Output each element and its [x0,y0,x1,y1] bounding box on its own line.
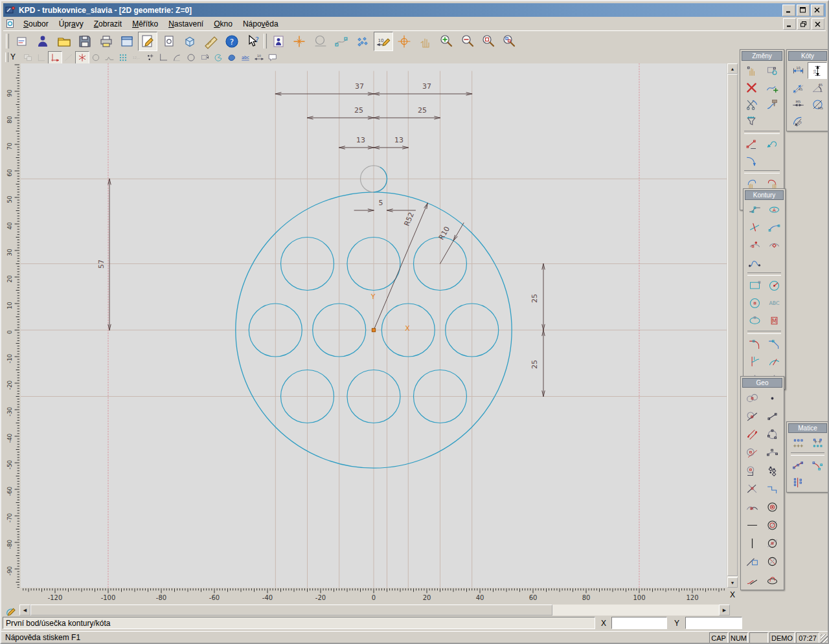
matrix-columns-button[interactable] [788,474,808,491]
arc-by-points-button[interactable] [745,236,764,254]
macro-element-button[interactable]: M [764,312,784,329]
scroll-down-button[interactable]: ▼ [727,577,738,588]
rectangle-contour-button[interactable] [745,277,764,294]
zoom-window-button[interactable] [479,32,498,51]
circle-snap-button[interactable] [89,51,103,64]
hook-curve-button[interactable] [742,570,762,588]
circle-rect-button[interactable] [762,570,782,588]
point-grid-button[interactable] [762,461,782,480]
mdi-restore-button[interactable] [797,18,810,30]
line-element-button[interactable] [745,219,764,236]
scroll-left-button[interactable]: ◀ [19,605,30,616]
title-bar[interactable]: KPD - trubkovnice_slavia - [2D geometrie… [3,3,826,17]
coord-system-button[interactable] [290,32,309,51]
circle-cross-button[interactable] [762,552,782,570]
add-to-contour-button[interactable] [762,79,783,96]
ellipse-contour-button[interactable] [745,312,764,329]
circle-corner-button[interactable] [742,461,762,480]
element-info-button[interactable] [269,32,288,51]
new-sketch-button[interactable] [12,32,32,51]
circle-by-angle-button[interactable] [764,277,784,294]
contour-snap-button[interactable] [102,51,117,64]
arc-element-button[interactable] [764,219,784,236]
dim-angle-button[interactable]: 45 [808,79,827,96]
corner-entity-button[interactable] [157,51,171,64]
step-contour-button[interactable] [762,480,782,498]
dim-horizontal-button[interactable]: 10 [788,62,808,79]
circle-by-point-button[interactable] [745,294,764,312]
dimension-button[interactable]: 10 [252,51,266,64]
context-help-button[interactable]: ? [243,32,262,51]
edit-segment-button[interactable] [742,135,762,152]
open-button[interactable] [54,32,74,51]
view-window-button[interactable] [159,32,179,51]
trim-element-button[interactable] [742,96,762,113]
dim-radius-button[interactable]: R10 [788,113,808,129]
resize-grip[interactable] [821,634,829,643]
minimize-button[interactable] [782,5,795,16]
diagonal-snap-button[interactable] [62,51,76,64]
vertical-scroll-thumb[interactable] [727,74,738,576]
print-button[interactable] [97,32,116,51]
dim-vertical-button[interactable]: 10 [808,62,827,79]
text-element-button[interactable]: ABC [764,294,784,312]
rework-element-button[interactable] [762,96,783,113]
horizontal-line-button[interactable] [742,516,762,534]
scroll-right-button[interactable]: ▶ [719,605,730,616]
note-button[interactable] [266,51,280,64]
circle-rings-button[interactable] [762,516,782,534]
arc-points-button[interactable] [762,443,782,461]
zoom-extents-button[interactable] [499,32,519,51]
circle-entity-button[interactable] [184,51,198,64]
round-corner-button[interactable] [742,152,762,169]
arc-tangent-button[interactable] [764,236,784,254]
snap-target-button[interactable] [394,32,414,51]
delete-element-button[interactable] [742,79,762,96]
corner-snap-button[interactable] [34,51,49,64]
mdi-minimize-button[interactable] [783,18,796,30]
menu-soubor[interactable]: Soubor [18,18,54,30]
point-cloud-button[interactable] [353,32,372,51]
pan-button[interactable] [416,32,435,51]
drawing-canvas[interactable]: 3737252513135572525R52R10XY [21,63,727,588]
text-button[interactable]: abc [238,51,253,64]
arc-corner-button[interactable] [170,51,185,64]
ellipse-text-button[interactable]: A [764,201,784,219]
document-icon[interactable] [5,19,16,29]
toolbar-grip[interactable] [6,34,9,49]
polyline-contour-button[interactable] [745,201,764,219]
corner-round-button[interactable] [745,335,764,353]
panel-view-button[interactable] [117,32,137,51]
corner-chamfer-button[interactable] [764,335,784,353]
segment-points-button[interactable] [762,407,782,425]
measure-button[interactable] [201,32,221,51]
coord-x-input[interactable] [611,617,667,629]
horizontal-scrollbar[interactable]: ◀ ▶ [19,605,730,616]
close-button[interactable] [811,5,824,16]
dim-symmetric-button[interactable]: M5 [788,96,808,113]
help-button[interactable]: ? [222,32,242,51]
tangent-arcs-button[interactable] [742,498,762,516]
crossing-lines-button[interactable] [742,480,762,498]
axes-snap-button[interactable] [48,51,62,64]
matice-palette-title[interactable]: Matice [788,423,827,433]
window-pair-button[interactable] [21,51,35,64]
point-button[interactable] [762,389,782,407]
matrix-rect-button[interactable] [788,434,808,451]
parallel-lines-button[interactable] [742,425,762,443]
kontury-palette-title[interactable]: Kontury [745,190,784,200]
dim-diameter-button[interactable]: M5 [808,96,827,113]
spline-curve-button[interactable] [745,254,764,271]
zoom-out-button[interactable] [458,32,477,51]
matrix-on-curve-button[interactable] [788,457,808,474]
geo-palette-title[interactable]: Geo [742,378,782,388]
menu-upravy[interactable]: Úpravy [54,18,89,30]
info-button[interactable] [33,32,52,51]
save-button[interactable] [75,32,95,51]
sketch-mode-button[interactable] [3,603,19,618]
coord-y-input[interactable] [685,617,742,629]
concentric-circle-button[interactable] [762,498,782,516]
close-contour-button[interactable] [762,135,783,152]
menu-nastaveni[interactable]: Nastavení [163,18,209,30]
rotate-box-button[interactable] [198,51,212,64]
